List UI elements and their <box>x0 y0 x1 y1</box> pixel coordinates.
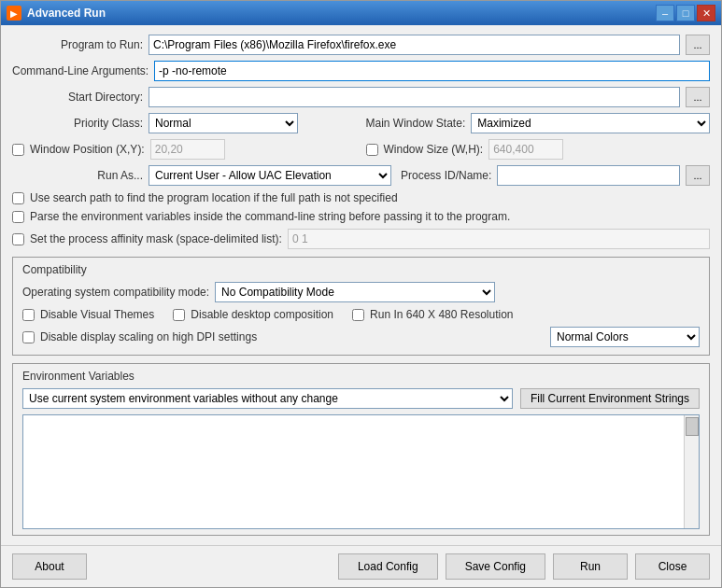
runas-label: Run As... <box>12 169 143 182</box>
run640-label: Run In 640 X 480 Resolution <box>370 308 513 321</box>
run640-row: Run In 640 X 480 Resolution <box>352 308 513 321</box>
parseenv-row: Parse the environment variables inside t… <box>12 210 710 223</box>
affinity-input[interactable] <box>288 229 710 249</box>
program-browse-button[interactable]: ... <box>686 35 710 55</box>
scrollbar-thumb <box>686 417 699 436</box>
run-button[interactable]: Run <box>553 553 628 580</box>
env-fill-button[interactable]: Fill Current Environment Strings <box>520 388 700 409</box>
startdir-label: Start Directory: <box>12 91 143 104</box>
compat-legend: Compatibility <box>22 263 700 276</box>
env-select-row: Use current system environment variables… <box>22 388 700 409</box>
windowsize-checkbox[interactable] <box>366 144 378 156</box>
windowpos-checkbox[interactable] <box>12 144 24 156</box>
program-row: Program to Run: ... <box>12 35 710 55</box>
colors-select[interactable]: Normal Colors 256 Colors High Color <box>550 327 700 347</box>
priority-select[interactable]: Normal Idle Below Normal Above Normal Hi… <box>149 113 298 133</box>
window-title: Advanced Run <box>27 7 106 20</box>
searchpath-row: Use search path to find the program loca… <box>12 191 710 204</box>
priority-mainwindow-row: Priority Class: Normal Idle Below Normal… <box>12 113 710 133</box>
windowsize-label: Window Size (W,H): <box>384 143 484 156</box>
mainwindow-select[interactable]: Maximized Normal Minimized Hidden <box>471 113 710 133</box>
runas-select[interactable]: Current User - Allow UAC Elevation Curre… <box>149 165 391 186</box>
winpos-winsize-row: Window Position (X,Y): Window Size (W,H)… <box>12 139 710 160</box>
desktop-comp-checkbox[interactable] <box>173 309 185 321</box>
affinity-row: Set the process affinity mask (space-del… <box>12 229 710 249</box>
affinity-label: Set the process affinity mask (space-del… <box>30 232 282 245</box>
title-bar-controls: – □ ✕ <box>656 5 715 21</box>
startdir-browse-button[interactable]: ... <box>686 87 710 107</box>
searchpath-label: Use search path to find the program loca… <box>30 191 398 204</box>
env-textarea-wrap <box>22 414 700 529</box>
compat-os-select[interactable]: No Compatibility Mode Windows XP SP3 Win… <box>215 282 495 302</box>
priority-label: Priority Class: <box>12 117 143 130</box>
compat-checks-row: Disable Visual Themes Disable desktop co… <box>22 308 700 321</box>
mainwindow-label: Main Window State: <box>366 117 466 130</box>
program-input[interactable] <box>149 35 680 55</box>
compatibility-group: Compatibility Operating system compatibi… <box>12 257 710 356</box>
affinity-checkbox[interactable] <box>12 233 24 245</box>
window-icon: ▶ <box>7 6 21 21</box>
env-select[interactable]: Use current system environment variables… <box>22 388 513 409</box>
title-bar-left: ▶ Advanced Run <box>7 6 106 21</box>
about-button[interactable]: About <box>12 553 87 580</box>
mainwindow-group: Main Window State: Maximized Normal Mini… <box>366 113 711 133</box>
winsize-group: Window Size (W,H): <box>366 139 711 160</box>
processid-browse-button[interactable]: ... <box>686 165 710 186</box>
close-button[interactable]: Close <box>635 553 710 580</box>
visual-themes-row: Disable Visual Themes <box>22 308 154 321</box>
winpos-group: Window Position (X,Y): <box>12 139 357 160</box>
minimize-button[interactable]: – <box>656 5 674 21</box>
visual-themes-checkbox[interactable] <box>22 309 35 321</box>
env-legend: Environment Variables <box>22 370 700 383</box>
env-textarea[interactable] <box>23 415 684 528</box>
dpi-checkbox[interactable] <box>22 331 35 343</box>
desktop-comp-label: Disable desktop composition <box>191 308 333 321</box>
loadconfig-button[interactable]: Load Config <box>338 553 438 580</box>
advanced-run-window: ▶ Advanced Run – □ ✕ Program to Run: ...… <box>0 0 722 588</box>
startdir-input[interactable] <box>149 87 680 107</box>
startdir-row: Start Directory: ... <box>12 87 710 107</box>
maximize-button[interactable]: □ <box>676 5 695 21</box>
program-label: Program to Run: <box>12 38 143 51</box>
content-area: Program to Run: ... Command-Line Argumen… <box>1 25 721 545</box>
compat-dpi-colors-row: Disable display scaling on high DPI sett… <box>22 327 700 347</box>
cmdargs-input[interactable] <box>154 61 710 81</box>
visual-themes-label: Disable Visual Themes <box>40 308 154 321</box>
cmdargs-row: Command-Line Arguments: <box>12 61 710 81</box>
parseenv-label: Parse the environment variables inside t… <box>30 210 510 223</box>
dpi-row: Disable display scaling on high DPI sett… <box>22 330 257 343</box>
saveconfig-button[interactable]: Save Config <box>446 553 545 580</box>
compat-os-label: Operating system compatibility mode: <box>22 286 209 299</box>
desktop-comp-row: Disable desktop composition <box>173 308 333 321</box>
windowpos-label: Window Position (X,Y): <box>30 143 145 156</box>
windowsize-input[interactable] <box>488 139 563 160</box>
searchpath-checkbox[interactable] <box>12 192 24 204</box>
scrollbar[interactable] <box>684 415 699 528</box>
footer-left: About <box>12 553 87 580</box>
run640-checkbox[interactable] <box>352 309 364 321</box>
dpi-label: Disable display scaling on high DPI sett… <box>40 330 257 343</box>
priority-group: Priority Class: Normal Idle Below Normal… <box>12 113 357 133</box>
compat-os-row: Operating system compatibility mode: No … <box>22 282 700 302</box>
parseenv-checkbox[interactable] <box>12 211 24 223</box>
cmdargs-label: Command-Line Arguments: <box>12 64 149 77</box>
windowpos-input[interactable] <box>150 139 225 160</box>
footer: About Load Config Save Config Run Close <box>1 545 721 587</box>
close-window-button[interactable]: ✕ <box>697 5 715 21</box>
processid-label: Process ID/Name: <box>401 169 491 182</box>
env-variables-group: Environment Variables Use current system… <box>12 363 710 536</box>
processid-input[interactable] <box>497 165 680 186</box>
title-bar: ▶ Advanced Run – □ ✕ <box>1 1 721 25</box>
runas-row: Run As... Current User - Allow UAC Eleva… <box>12 165 710 186</box>
footer-right: Load Config Save Config Run Close <box>338 553 710 580</box>
